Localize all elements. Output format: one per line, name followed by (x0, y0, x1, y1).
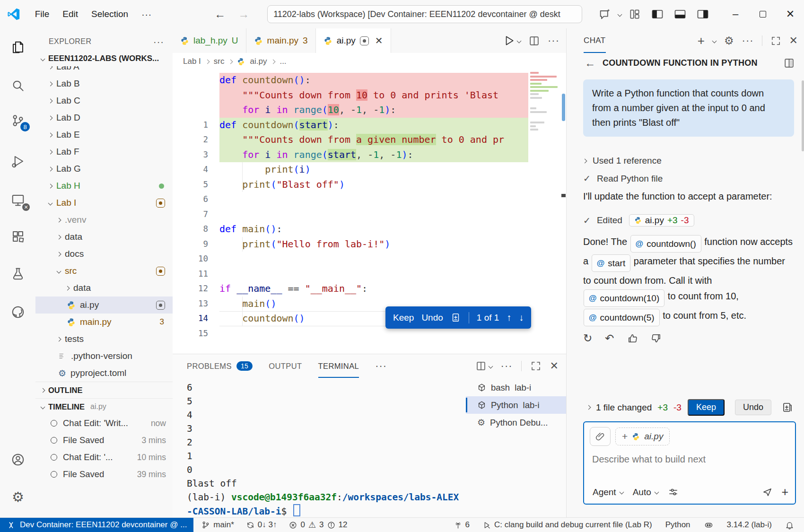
timeline-item[interactable]: File Saved3 mins (35, 432, 173, 449)
toggle-panel-icon[interactable] (671, 6, 690, 23)
configure-tools-icon[interactable] (665, 485, 682, 499)
editor-scrollbar[interactable] (561, 70, 566, 354)
maximize-panel-icon[interactable] (530, 360, 542, 372)
timeline-item[interactable]: Chat Edit: 'Writ...now (35, 415, 173, 432)
tab-output[interactable]: OUTPUT (269, 354, 302, 378)
agent-mode-picker[interactable]: Agent (590, 485, 626, 499)
model-picker[interactable]: Auto (630, 485, 661, 499)
explorer-item-src[interactable]: src (35, 262, 173, 279)
breadcrumb-file[interactable]: ai.py (250, 57, 267, 66)
chat-more-icon[interactable]: ··· (742, 35, 754, 46)
terminal-instance-bash[interactable]: bashlab-i (466, 379, 566, 396)
explorer-item-tests[interactable]: tests (35, 331, 173, 348)
used-references-row[interactable]: Used 1 reference (583, 156, 794, 166)
code-symbol-chip[interactable]: @countdown() (630, 235, 701, 253)
ports-status[interactable]: 6 (450, 520, 474, 530)
explorer-item-lab-c[interactable]: Lab C (35, 92, 173, 109)
panel-tabs-more-icon[interactable]: ··· (375, 361, 387, 371)
maximize-chat-icon[interactable] (770, 35, 781, 46)
notifications-bell-icon[interactable] (781, 521, 798, 530)
testing-icon[interactable] (9, 265, 26, 282)
thumbs-down-icon[interactable] (651, 333, 662, 344)
thumbs-up-icon[interactable] (627, 333, 638, 344)
explorer-item-lab-a[interactable]: Lab A (35, 66, 173, 75)
python-interpreter-status[interactable]: 3.14.2 (lab-i) (723, 520, 776, 530)
tab-problems[interactable]: PROBLEMS 15 (187, 354, 253, 378)
breadcrumb-symbol[interactable]: ... (280, 57, 286, 66)
tab-terminal[interactable]: TERMINAL (318, 354, 359, 378)
close-chat-icon[interactable]: ✕ (789, 35, 798, 47)
git-sync-status[interactable]: 0↓ 3↑ (242, 520, 281, 530)
workspace-root[interactable]: EEEN11202-LABS (WORKS... (35, 51, 173, 66)
copilot-chat-icon[interactable] (595, 6, 614, 23)
editor-more-icon[interactable]: ··· (548, 35, 559, 46)
close-tab-icon[interactable]: ✕ (375, 35, 383, 46)
run-dropdown-icon[interactable] (517, 38, 522, 43)
copilot-dropdown-icon[interactable] (618, 12, 622, 17)
view-changes-icon[interactable] (782, 402, 793, 413)
chat-settings-gear-icon[interactable]: ⚙ (724, 35, 734, 46)
settings-gear-icon[interactable]: ⚙ (9, 488, 26, 506)
chat-history[interactable]: Write a Python function that counts down… (567, 73, 804, 404)
panel-more-icon[interactable]: ··· (501, 361, 513, 371)
undo-all-button[interactable]: Undo (735, 400, 771, 415)
undo-button[interactable]: Undo (421, 313, 443, 323)
chevron-right-icon[interactable] (586, 405, 591, 410)
explorer-more-icon[interactable]: ··· (153, 37, 164, 46)
explorer-item-ai-py[interactable]: ai.py (35, 297, 173, 314)
send-icon[interactable] (762, 487, 773, 497)
breadcrumb[interactable]: Lab I src ai.py ... (173, 53, 577, 70)
github-icon[interactable] (9, 304, 26, 321)
language-mode-status[interactable]: Python (661, 520, 695, 530)
menu-more[interactable]: ··· (135, 8, 158, 21)
split-terminal-icon[interactable] (475, 360, 492, 372)
keep-button[interactable]: Keep (393, 313, 414, 323)
explorer-item-lab-i[interactable]: Lab I (35, 194, 173, 211)
customize-layout-icon[interactable] (625, 6, 644, 23)
timeline-item[interactable]: Chat Edit: '...10 mins (35, 449, 173, 466)
toggle-secondary-sidebar-icon[interactable] (693, 6, 712, 23)
search-icon[interactable] (9, 77, 26, 94)
code-symbol-chip[interactable]: @countdown(5) (584, 309, 660, 326)
copilot-status-icon[interactable] (699, 520, 718, 530)
breadcrumb-folder[interactable]: src (214, 57, 225, 66)
terminal-output[interactable]: 6543210Blast off(lab-i) vscode@b1493f6aa… (187, 381, 465, 518)
maximize-button[interactable] (749, 1, 777, 27)
account-icon[interactable] (9, 451, 26, 468)
diff-file-icon[interactable] (451, 313, 461, 323)
remote-explorer-icon[interactable]: ✕ (9, 192, 26, 209)
next-change-icon[interactable]: ↓ (519, 312, 524, 323)
command-center-search[interactable]: 11202-labs (Workspace) [Dev Container: E… (267, 5, 582, 23)
tab-lab_h-py[interactable]: lab_h.py U (173, 28, 246, 53)
outline-section[interactable]: OUTLINE (35, 382, 173, 398)
explorer-item-lab-g[interactable]: Lab G (35, 160, 173, 177)
problems-status[interactable]: 0 ⚠ 3 12 (285, 520, 351, 530)
explorer-item-python-version[interactable]: .python-version (35, 348, 173, 365)
terminal-instance-python-debu[interactable]: ⚙Python Debu... (466, 414, 566, 431)
keep-all-button[interactable]: Keep (688, 399, 725, 416)
toggle-primary-sidebar-icon[interactable] (648, 6, 667, 23)
tab-main-py[interactable]: main.py 3 (246, 28, 316, 53)
undo-edits-icon[interactable]: ↶ (605, 333, 614, 344)
build-task-status[interactable]: C: clang build and debug current file (L… (479, 520, 656, 530)
voice-plus-icon[interactable]: + (781, 485, 788, 499)
tab-ai-py[interactable]: ai.py ✕ (316, 28, 391, 53)
previous-change-icon[interactable]: ↑ (507, 312, 511, 323)
open-session-editor-icon[interactable] (783, 57, 795, 69)
new-chat-dropdown-icon[interactable] (712, 38, 717, 43)
retry-icon[interactable]: ↻ (583, 333, 592, 344)
minimize-button[interactable]: – (722, 1, 749, 27)
split-dropdown-icon[interactable] (488, 364, 493, 368)
tab-chat[interactable]: CHAT (584, 28, 606, 53)
code-editor[interactable]: def countdown(): """Counts down from 10 … (173, 70, 566, 354)
new-chat-icon[interactable]: + (698, 34, 705, 48)
explorer-item-lab-d[interactable]: Lab D (35, 109, 173, 126)
extensions-icon[interactable] (9, 228, 26, 245)
explorer-item-lab-f[interactable]: Lab F (35, 143, 173, 160)
split-editor-icon[interactable] (528, 35, 540, 47)
timeline-section[interactable]: TIMELINE ai.py (35, 398, 173, 415)
explorer-item-lab-e[interactable]: Lab E (35, 126, 173, 143)
remote-indicator[interactable]: Dev Container: EEEN11202 devcontainer @ … (0, 518, 193, 532)
source-control-icon[interactable]: 8 (9, 112, 26, 129)
terminal-instance-python[interactable]: Pythonlab-i (466, 396, 566, 414)
